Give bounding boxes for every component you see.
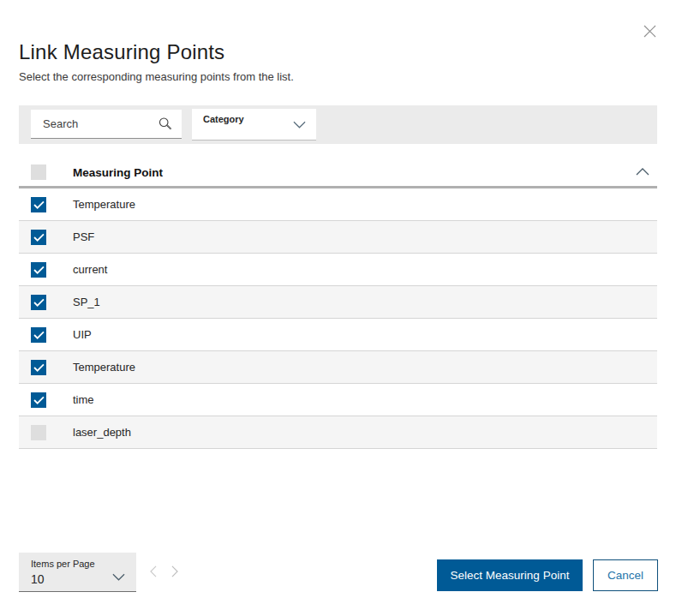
dialog-subtitle: Select the corresponding measuring point…	[19, 70, 294, 83]
select-measuring-point-button[interactable]: Select Measuring Point	[437, 559, 583, 591]
items-per-page-select[interactable]: Items per Page 10	[19, 553, 136, 592]
pagination	[148, 565, 180, 577]
measuring-point-name: UIP	[73, 328, 92, 341]
measuring-point-name: time	[73, 393, 94, 406]
table-header-row: Measuring Point	[19, 158, 657, 188]
close-button[interactable]	[641, 22, 658, 39]
table-row[interactable]: Temperature	[19, 188, 657, 221]
select-all-checkbox[interactable]	[31, 164, 46, 180]
measuring-point-name: laser_depth	[73, 426, 131, 439]
measuring-point-name: Temperature	[73, 361, 135, 374]
row-checkbox[interactable]	[31, 197, 46, 212]
search-field[interactable]	[31, 110, 182, 139]
row-checkbox[interactable]	[31, 425, 46, 440]
table-row[interactable]: SP_1	[19, 286, 657, 319]
search-icon	[158, 117, 172, 131]
search-input[interactable]	[31, 117, 158, 130]
collapse-table-control[interactable]	[636, 168, 649, 176]
row-checkbox[interactable]	[31, 360, 46, 375]
check-icon	[33, 233, 45, 242]
dialog-title: Link Measuring Points	[19, 40, 224, 64]
check-icon	[33, 200, 45, 209]
chevron-down-icon	[293, 121, 306, 129]
chevron-up-icon	[636, 168, 649, 176]
table-row[interactable]: time	[19, 384, 657, 416]
check-icon	[33, 363, 45, 372]
next-page-button[interactable]	[170, 565, 180, 577]
check-icon	[33, 396, 45, 404]
cancel-button[interactable]: Cancel	[593, 559, 658, 591]
check-icon	[33, 298, 45, 307]
row-checkbox[interactable]	[31, 295, 46, 310]
items-per-page-value: 10	[31, 572, 45, 586]
row-checkbox[interactable]	[31, 262, 46, 278]
check-icon	[33, 266, 45, 274]
row-checkbox[interactable]	[31, 327, 46, 343]
table-body: Temperature PSF current SP_1 UIP	[19, 188, 657, 449]
table-row[interactable]: Temperature	[19, 351, 657, 384]
column-header-measuring-point: Measuring Point	[73, 166, 163, 179]
measuring-point-name: PSF	[73, 230, 94, 243]
check-icon	[33, 331, 45, 339]
row-checkbox[interactable]	[31, 230, 46, 245]
measuring-point-name: SP_1	[73, 296, 100, 308]
measuring-point-name: Temperature	[73, 198, 135, 211]
chevron-left-icon	[150, 565, 157, 577]
row-checkbox[interactable]	[31, 392, 46, 408]
table-row[interactable]: laser_depth	[19, 416, 657, 449]
filter-toolbar: Category	[19, 105, 657, 144]
previous-page-button[interactable]	[148, 565, 159, 577]
table-row[interactable]: PSF	[19, 221, 657, 254]
measuring-points-table: Measuring Point Temperature PSF	[19, 158, 657, 449]
measuring-point-name: current	[73, 263, 107, 276]
chevron-right-icon	[171, 565, 178, 577]
table-row[interactable]: UIP	[19, 319, 657, 351]
table-row[interactable]: current	[19, 254, 657, 286]
category-dropdown[interactable]: Category	[192, 109, 316, 141]
chevron-down-icon	[112, 573, 125, 581]
items-per-page-label: Items per Page	[31, 559, 95, 569]
close-icon	[643, 25, 656, 38]
category-label: Category	[203, 114, 244, 124]
